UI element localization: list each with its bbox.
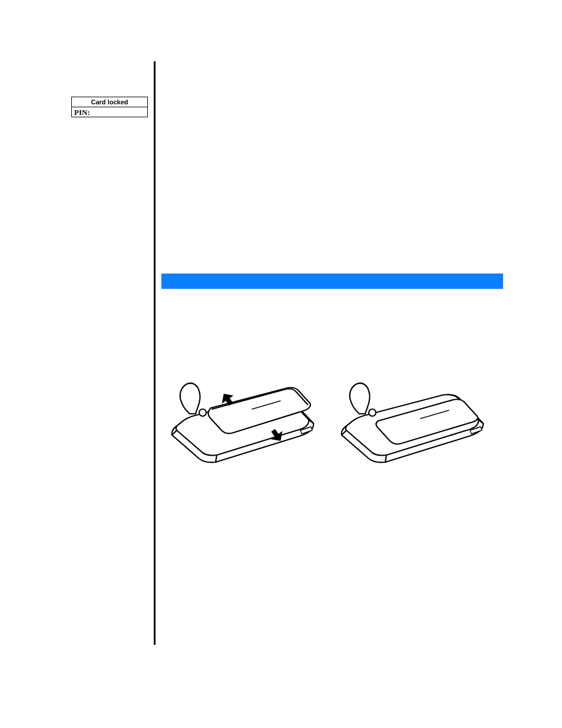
bullet-2: • Numbers stored in the Hotlines list (f… xyxy=(174,154,502,177)
phone-battery-insert-illustration xyxy=(164,360,323,469)
pin-paragraph-b: on page 63. Please read this chapter if … xyxy=(213,218,493,226)
bullet-2-marker: • xyxy=(164,154,167,166)
bullet-1: • Emergency number (e.g. 112), pre-progr… xyxy=(174,137,502,148)
bullet-1-marker: • xyxy=(164,137,167,148)
battery-paragraph: Insert the battery as shown here. Make s… xyxy=(163,301,502,323)
section-heading: Installing the battery xyxy=(167,275,497,288)
pin-paragraph-a: Enter the SIM PIN and press OK to unlock… xyxy=(163,195,490,215)
bullet-2-hotlines: Hotlines xyxy=(250,155,279,164)
pin-paragraph: Enter the SIM PIN and press OK to unlock… xyxy=(163,195,502,228)
security-menu-link[interactable]: 'Security menu' xyxy=(163,218,213,226)
card-locked-header: Card locked xyxy=(71,97,148,107)
svg-point-0 xyxy=(199,409,206,416)
card-locked-body: PIN: xyxy=(71,107,148,117)
card-locked-screen: Card locked PIN: xyxy=(71,97,148,117)
intro-paragraph: If your service provider has enabled the… xyxy=(163,64,502,108)
svg-point-1 xyxy=(369,409,376,416)
bullet-1-text: Emergency number (e.g. 112), pre-program… xyxy=(174,137,384,146)
phone-battery-closed-illustration xyxy=(333,365,492,469)
bullet-2-text-a: Numbers stored in the xyxy=(174,155,250,164)
vertical-rule xyxy=(154,61,156,645)
